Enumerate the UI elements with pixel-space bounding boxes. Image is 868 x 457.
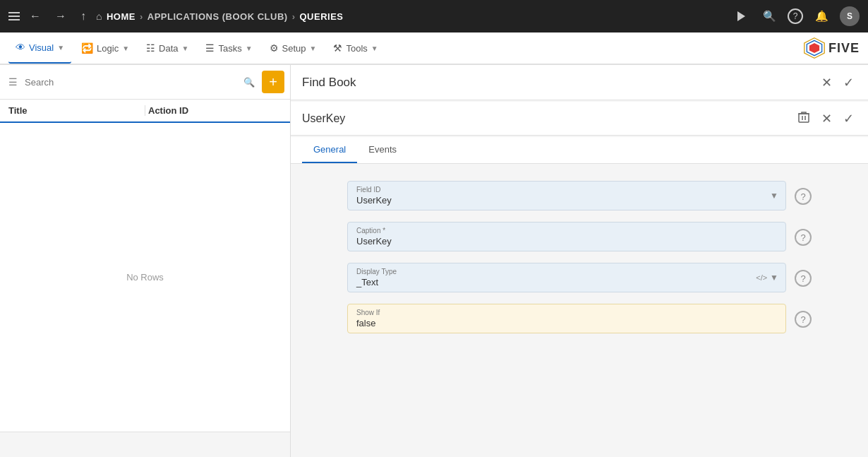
sidebar: ☰ 🔍 + Title Action ID No Rows [0,65,291,457]
close-panel-button[interactable]: ✕ [819,72,835,93]
show-if-field: Show If false [347,304,786,333]
search-icon[interactable]: 🔍 [241,74,258,90]
menu-setup-label: Setup [282,43,306,54]
field-id-row: Field ID UserKey ▼ ? [347,181,812,210]
right-panel: Find Book ✕ ✓ UserKey ✕ [291,65,868,457]
help-button[interactable]: ? [788,8,803,24]
sidebar-footer [0,432,290,457]
svg-rect-4 [799,114,809,122]
form-content: Field ID UserKey ▼ ? Caption * UserKey [291,164,868,457]
caption-row: Caption * UserKey ? [347,222,812,251]
menu-data[interactable]: ☷ Data ▼ [139,32,195,64]
five-logo: FIVE [803,37,860,59]
menu-data-label: Data [159,43,178,54]
chevron-down-icon: ▼ [182,44,189,52]
chevron-down-icon: ▼ [122,44,129,52]
field-id-help[interactable]: ? [795,188,812,205]
tab-general[interactable]: General [302,137,357,163]
breadcrumb-queries[interactable]: QUERIES [299,11,343,22]
menu-tasks[interactable]: ☰ Tasks ▼ [198,32,259,64]
menu-tools-label: Tools [346,43,367,54]
hamburger-menu[interactable] [8,12,20,20]
show-if-group: Show If false [347,304,786,333]
tab-events[interactable]: Events [357,137,408,163]
back-button[interactable]: ← [25,7,45,25]
tasks-icon: ☰ [205,42,215,54]
menu-tools[interactable]: ⚒ Tools ▼ [326,32,385,64]
tabs-bar: General Events [291,137,868,164]
sidebar-empty-state: No Rows [0,123,290,432]
field-id-group: Field ID UserKey ▼ [347,181,786,210]
confirm-sub-button[interactable]: ✓ [840,108,857,129]
grid-icon: ☷ [146,42,155,54]
menu-visual[interactable]: 👁 Visual ▼ [8,32,71,64]
main-layout: ☰ 🔍 + Title Action ID No Rows Find Book … [0,65,868,457]
display-type-field: Display Type _Text </> ▼ [347,263,786,292]
notifications-button[interactable]: 🔔 [812,6,831,26]
delete-button[interactable] [795,108,813,129]
show-if-value[interactable]: false [356,318,777,328]
display-type-group: Display Type _Text </> ▼ [347,263,786,292]
show-if-help[interactable]: ? [795,311,812,328]
breadcrumb-home[interactable]: HOME [107,11,135,22]
chevron-down-icon: ▼ [310,44,317,52]
chevron-down-icon: ▼ [770,191,778,201]
sub-header-actions: ✕ ✓ [795,108,857,129]
chevron-down-icon: ▼ [57,44,64,52]
show-if-row: Show If false ? [347,304,812,333]
field-id-field: Field ID UserKey ▼ [347,181,786,210]
close-sub-button[interactable]: ✕ [819,108,835,129]
forward-button[interactable]: → [51,7,71,25]
menu-bar: 👁 Visual ▼ 🔁 Logic ▼ ☷ Data ▼ ☰ Tasks ▼ … [0,32,868,65]
panel-header-actions: ✕ ✓ [819,72,857,93]
field-id-label: Field ID [356,186,777,194]
display-type-label: Display Type [356,268,777,275]
field-id-value[interactable]: UserKey [356,195,777,206]
confirm-panel-button[interactable]: ✓ [840,72,857,93]
caption-label: Caption * [356,227,777,235]
menu-tasks-label: Tasks [218,43,241,54]
sidebar-search-bar: ☰ 🔍 + [0,65,290,100]
column-action-id: Action ID [148,105,282,116]
search-button[interactable]: 🔍 [759,6,779,26]
sidebar-table-header: Title Action ID [0,100,290,123]
display-type-row: Display Type _Text </> ▼ ? [347,263,812,292]
show-if-label: Show If [356,309,777,316]
menu-logic[interactable]: 🔁 Logic ▼ [74,32,136,64]
field-id-dropdown-icon[interactable]: ▼ [770,191,778,201]
svg-marker-3 [809,43,819,53]
breadcrumb: ⌂ HOME › APPLICATIONS (BOOK CLUB) › QUER… [96,11,343,22]
display-type-value[interactable]: _Text [356,277,777,287]
search-input[interactable] [25,77,236,88]
display-type-help[interactable]: ? [795,270,812,287]
eye-icon: 👁 [16,42,25,53]
five-logo-text: FIVE [828,41,860,56]
menu-visual-label: Visual [29,42,54,53]
sub-title: UserKey [302,112,795,125]
column-divider [145,105,145,116]
breadcrumb-app[interactable]: APPLICATIONS (BOOK CLUB) [147,11,288,22]
user-avatar[interactable]: S [840,6,860,26]
logic-icon: 🔁 [81,42,93,54]
up-button[interactable]: ↑ [76,7,90,25]
display-type-dropdown-icon[interactable]: </> ▼ [756,273,778,283]
svg-marker-0 [737,11,745,21]
chevron-down-icon: ▼ [371,44,378,52]
panel-header: Find Book ✕ ✓ [291,65,868,100]
menu-logic-label: Logic [97,43,119,54]
code-icon: </> [756,273,767,282]
tools-icon: ⚒ [333,42,342,54]
filter-icon[interactable]: ☰ [6,73,20,90]
menu-setup[interactable]: ⚙ Setup ▼ [263,32,324,64]
add-button[interactable]: + [262,71,284,93]
play-button[interactable] [731,6,751,26]
top-nav-right: 🔍 ? 🔔 S [731,6,860,26]
chevron-down-icon: ▼ [246,44,253,52]
caption-group: Caption * UserKey [347,222,786,251]
caption-value[interactable]: UserKey [356,236,777,247]
chevron-down-icon: ▼ [770,273,778,283]
sub-header: UserKey ✕ ✓ [291,102,868,136]
column-title: Title [8,105,142,116]
panel-title: Find Book [302,76,819,90]
caption-help[interactable]: ? [795,229,812,246]
